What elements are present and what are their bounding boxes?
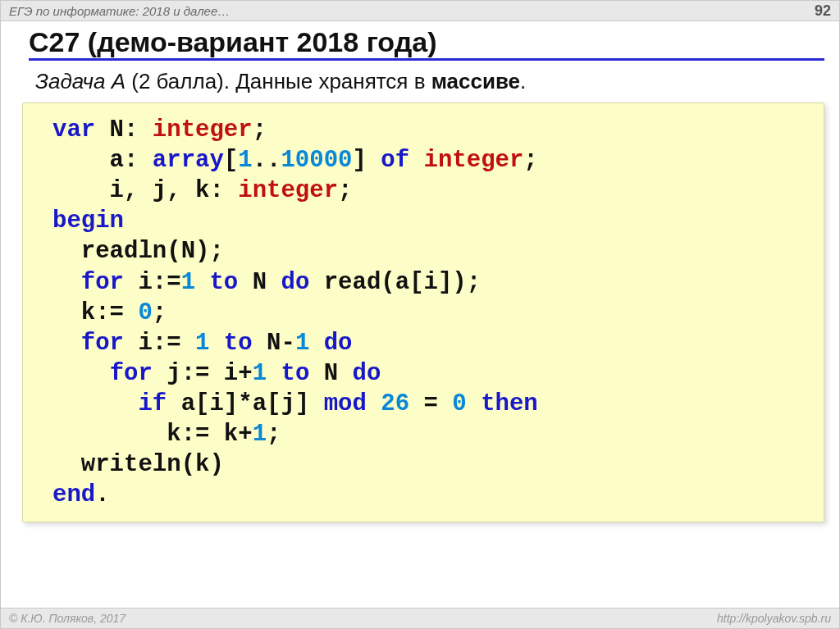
kw-do: do — [353, 360, 381, 387]
type-integer: integer — [238, 177, 338, 204]
page-number: 92 — [815, 2, 831, 20]
code-text: i:= — [124, 330, 195, 357]
kw-for: for — [110, 360, 153, 387]
code-text — [267, 360, 281, 387]
kw-end: end — [52, 481, 95, 508]
code-text — [409, 147, 423, 174]
task-label: Задача А — [35, 69, 126, 93]
code-text: ; — [523, 147, 537, 174]
kw-of: of — [381, 147, 409, 174]
code-text: i, j, k: — [52, 177, 238, 204]
num: 1 — [253, 360, 267, 387]
kw-to: to — [209, 269, 238, 296]
kw-for: for — [81, 269, 124, 296]
code-text — [52, 269, 81, 296]
code-text: readln(N); — [52, 238, 224, 265]
num: 1 — [253, 421, 267, 448]
page-title: С27 (демо-вариант 2018 года) — [29, 26, 824, 61]
num: 1 — [181, 269, 195, 296]
breadcrumb: ЕГЭ по информатике: 2018 и далее… — [9, 4, 230, 18]
num: 26 — [381, 390, 409, 417]
code-text: a[i]*a[j] — [167, 390, 323, 417]
num: 1 — [295, 330, 309, 357]
code-text — [52, 390, 138, 417]
num: 0 — [452, 390, 466, 417]
kw-array: array — [153, 147, 224, 174]
code-text — [52, 360, 110, 387]
code-text — [467, 390, 481, 417]
kw-to: to — [224, 330, 253, 357]
slide: ЕГЭ по информатике: 2018 и далее… 92 С27… — [0, 0, 840, 629]
kw-mod: mod — [324, 390, 367, 417]
subtitle-text-1: Данные хранятся в — [235, 69, 431, 93]
code-text: ; — [153, 299, 167, 326]
code-text: j:= i+ — [153, 360, 253, 387]
num: 1 — [195, 330, 209, 357]
copyright: © К.Ю. Поляков, 2017 — [9, 612, 126, 625]
kw-begin: begin — [52, 207, 124, 235]
num: 10000 — [281, 147, 352, 174]
code-block: var N: integer; a: array[1..10000] of in… — [22, 103, 824, 522]
code-text — [195, 269, 209, 296]
code-text — [52, 330, 81, 357]
kw-if: if — [138, 390, 167, 417]
content: С27 (демо-вариант 2018 года) Задача А (2… — [1, 21, 839, 608]
code-text: . — [95, 481, 109, 508]
code-text: ; — [338, 177, 352, 204]
type-integer: integer — [424, 147, 524, 174]
subtitle-bold: массиве — [431, 69, 520, 93]
type-integer: integer — [153, 116, 253, 144]
kw-do: do — [281, 269, 310, 296]
code-text: [ — [224, 147, 238, 174]
code-text — [309, 330, 323, 357]
num: 0 — [138, 299, 152, 326]
code-text: ] — [352, 147, 381, 174]
code-text: N: — [95, 116, 153, 144]
code-text: = — [409, 390, 452, 417]
code-text: N — [309, 360, 352, 387]
code-text: ; — [267, 421, 281, 448]
code-text — [367, 390, 381, 417]
kw-for: for — [81, 330, 124, 357]
code-text: read(a[i]); — [309, 269, 481, 296]
code-text: N- — [253, 330, 295, 357]
score-text: (2 балла). — [126, 69, 235, 93]
code-text — [209, 330, 223, 357]
kw-then: then — [481, 390, 538, 417]
code-text: .. — [253, 147, 281, 174]
num: 1 — [238, 147, 252, 174]
footer-url: http://kpolyakov.spb.ru — [717, 612, 831, 625]
subtitle-text-2: . — [520, 69, 526, 93]
code-text: writeln(k) — [52, 451, 224, 478]
code-text: k:= — [52, 299, 138, 326]
subtitle: Задача А (2 балла). Данные хранятся в ма… — [35, 69, 818, 94]
kw-to: to — [281, 360, 309, 387]
code-text: ; — [253, 116, 267, 144]
kw-var: var — [52, 116, 95, 144]
code-text: k:= k+ — [52, 421, 253, 448]
code-text: a: — [52, 147, 153, 174]
code-text: i:= — [124, 269, 181, 296]
kw-do: do — [324, 330, 353, 357]
code-text: N — [238, 269, 281, 296]
topbar: ЕГЭ по информатике: 2018 и далее… 92 — [1, 1, 839, 21]
footer: © К.Ю. Поляков, 2017 http://kpolyakov.sp… — [1, 608, 839, 628]
